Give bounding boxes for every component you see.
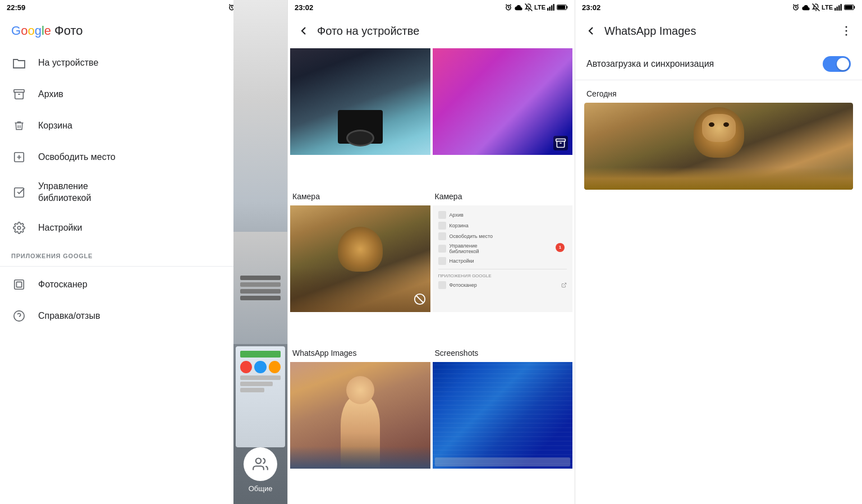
manage-label: Управлениебиблиотекой: [38, 181, 91, 204]
signal-icon-p2: [547, 4, 555, 11]
svg-rect-26: [566, 6, 567, 8]
folder-name-camera1: Камера: [290, 189, 430, 203]
trash-label: Корзина: [38, 121, 72, 131]
whatsapp-photo-today[interactable]: [584, 103, 853, 190]
folder-camera2[interactable]: Камера: [433, 48, 573, 203]
sync-toggle[interactable]: [823, 56, 851, 72]
mute-icon-p2: [525, 3, 533, 11]
svg-rect-9: [14, 90, 24, 93]
folder-name-camera2: Камера: [433, 189, 573, 203]
cloud-icon-p3: [801, 3, 810, 11]
help-label: Справка/отзыв: [38, 311, 100, 321]
mute-icon-p3: [812, 3, 820, 11]
status-icons-p3: LTE: [792, 3, 855, 11]
svg-rect-22: [549, 7, 551, 11]
section-today-label: Сегодня: [575, 80, 862, 103]
alarm-icon-p2: [505, 3, 512, 11]
alarm-icon-p3: [792, 3, 800, 11]
svg-rect-23: [551, 6, 552, 11]
svg-point-43: [846, 34, 847, 36]
svg-rect-36: [838, 6, 840, 11]
archive-label: Архив: [38, 89, 63, 99]
svg-point-16: [14, 310, 24, 320]
folder-name-screenshots: Screenshots: [433, 345, 573, 360]
folder-girl[interactable]: [290, 362, 430, 504]
time-p3: 23:02: [582, 3, 600, 12]
scanner-label: Фотосканер: [38, 280, 88, 290]
folder-screenshots[interactable]: Архив Корзина Освободить место Управлени…: [433, 205, 573, 360]
panel3-title: WhatsApp Images: [604, 25, 833, 38]
svg-rect-34: [835, 8, 836, 11]
google-logo: Google: [11, 24, 51, 38]
svg-rect-28: [556, 139, 566, 141]
svg-line-33: [813, 4, 820, 11]
battery-icon-p3: [844, 4, 855, 11]
svg-point-12: [17, 226, 21, 230]
svg-point-18: [256, 459, 261, 464]
settings-icon: [11, 220, 27, 236]
time-p2: 23:02: [295, 3, 313, 12]
folder-thumb-screenshots: Архив Корзина Освободить место Управлени…: [433, 205, 573, 346]
status-bar-p2: 23:02 LTE: [288, 0, 575, 15]
signal-icon-p3: [835, 4, 842, 11]
free-up-label: Освободить место: [38, 152, 116, 162]
folder-thumb-blurred: [433, 362, 573, 502]
status-icons-p2: LTE: [505, 3, 568, 11]
device-label: На устройстве: [38, 58, 98, 68]
svg-rect-24: [553, 4, 554, 11]
shared-icon: [244, 447, 277, 481]
back-button-p3[interactable]: [584, 24, 598, 38]
trash-icon: [11, 118, 27, 134]
manage-icon: [11, 185, 27, 200]
help-icon: [11, 308, 27, 324]
svg-point-42: [846, 30, 847, 32]
folder-name-blurred: [433, 502, 573, 505]
more-options-button[interactable]: [840, 24, 853, 38]
panel2-header: Фото на устройстве: [288, 15, 575, 48]
folder-blurred[interactable]: [433, 362, 573, 504]
settings-label: Настройки: [38, 223, 82, 233]
status-bar-p3: 23:02 LTE: [575, 0, 862, 15]
cloud-icon-p2: [514, 3, 523, 11]
svg-rect-37: [841, 4, 842, 11]
panel-google-photos: 22:59 LTE Google Фото На устройстве: [0, 0, 287, 504]
back-button-p2[interactable]: [297, 24, 310, 38]
svg-rect-11: [15, 188, 24, 198]
folder-thumb-camera1: [290, 48, 430, 189]
folder-thumb-girl: [290, 362, 430, 502]
panel-whatsapp-images: 23:02 LTE WhatsApp Images Автозагрузка и…: [575, 0, 862, 504]
folder-name-girl: [290, 502, 430, 505]
folder-camera1[interactable]: Камера: [290, 48, 430, 203]
sync-badge-icon: [555, 138, 566, 149]
sync-row: Автозагрузка и синхронизация: [575, 48, 862, 80]
svg-point-41: [846, 26, 847, 28]
folder-thumb-whatsapp: [290, 205, 430, 346]
toggle-knob: [837, 58, 849, 70]
panel-device-photos: 23:02 LTE Фото на устройстве Камера: [287, 0, 575, 504]
free-up-icon: [11, 149, 27, 165]
shared-label: Общие: [249, 484, 273, 493]
svg-line-20: [525, 4, 533, 11]
folder-icon: [11, 55, 27, 71]
svg-rect-40: [845, 5, 852, 9]
lte-text-p2: LTE: [534, 4, 545, 11]
svg-line-31: [563, 283, 566, 286]
scanner-icon: [11, 277, 27, 292]
folder-name-whatsapp: WhatsApp Images: [290, 345, 430, 360]
time-p1: 22:59: [7, 3, 25, 12]
folder-thumb-camera2: [433, 48, 573, 189]
lte-text-p3: LTE: [822, 4, 833, 11]
svg-rect-14: [16, 282, 21, 287]
nosync-icon: [414, 293, 426, 305]
svg-rect-35: [837, 7, 838, 11]
folders-grid: Камера Камера: [288, 48, 575, 504]
svg-rect-39: [854, 6, 855, 8]
svg-rect-13: [15, 280, 24, 289]
sync-label: Автозагрузка и синхронизация: [586, 59, 714, 69]
svg-line-30: [416, 295, 423, 303]
svg-rect-27: [557, 5, 565, 9]
folder-whatsapp[interactable]: WhatsApp Images: [290, 205, 430, 360]
panel1-screenshot-overlay: Общие: [233, 0, 287, 504]
panel3-header: WhatsApp Images: [575, 15, 862, 48]
panel2-title: Фото на устройстве: [317, 25, 419, 38]
